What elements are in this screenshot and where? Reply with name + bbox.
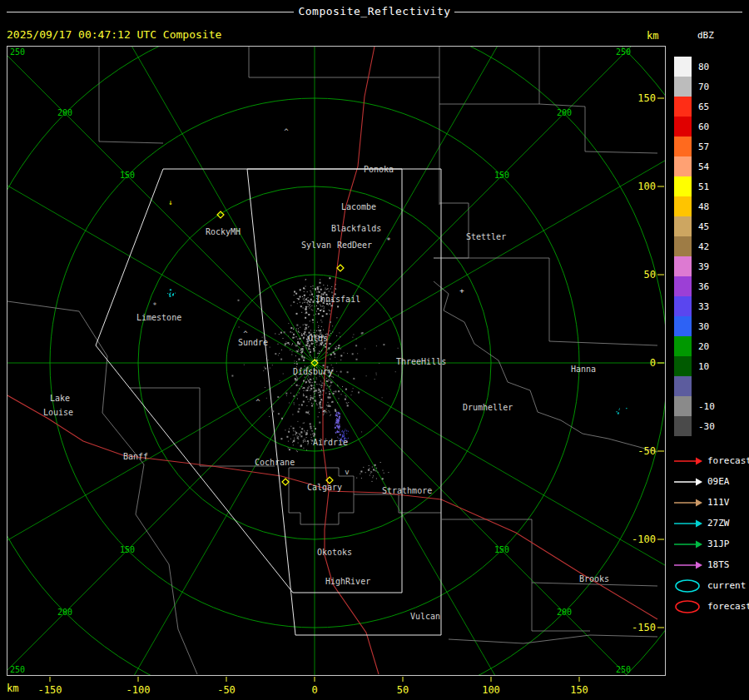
- echo-pixel: [335, 415, 337, 416]
- bottom-axis: -150-100-50050100150: [7, 677, 665, 698]
- city-label: Ponoka: [364, 165, 394, 174]
- echo-pixel: [319, 291, 320, 293]
- city-label: Hanna: [571, 365, 596, 374]
- city-label: Sundre: [238, 338, 268, 347]
- echo-pixel: [307, 387, 309, 389]
- echo-pixel: [316, 330, 317, 331]
- echo-pixel: [288, 336, 289, 337]
- band-label: 54: [698, 161, 709, 172]
- echo-pixel: [374, 464, 376, 466]
- echo-pixel: [329, 412, 330, 413]
- echo-pixel: [330, 415, 330, 416]
- echo-pixel: [266, 356, 267, 357]
- echo-pixel: [304, 298, 305, 299]
- echo-pixel: [338, 347, 340, 349]
- legend-band-row: 45: [672, 216, 749, 236]
- radar-map-canvas[interactable]: 1502002501502002501502002501502002501501…: [7, 47, 665, 675]
- echo-pixel: [294, 291, 295, 293]
- echo-pixel: [320, 381, 321, 382]
- echo-pixel: [326, 389, 327, 390]
- legend-band-row: 10: [672, 356, 749, 376]
- echo-pixel: [361, 478, 362, 479]
- legend-band-row: 42: [672, 236, 749, 256]
- echo-pixel: [298, 298, 300, 300]
- echo-pixel: [339, 423, 340, 424]
- echo-pixel: [325, 289, 325, 290]
- echo-pixel: [316, 345, 317, 345]
- highway-line: [329, 491, 657, 619]
- radial-line: [7, 122, 315, 363]
- color-swatch: [674, 356, 692, 376]
- axis-label: 150: [637, 92, 656, 104]
- echo-pixel: [342, 431, 343, 432]
- echo-pixel: [299, 393, 300, 394]
- echo-pixel: [320, 393, 321, 394]
- echo-pixel: [304, 357, 305, 359]
- echo-pixel: [330, 386, 330, 387]
- echo-pixel: [309, 381, 310, 383]
- echo-pixel: [311, 294, 313, 295]
- axis-label: 0: [650, 357, 656, 369]
- echo-pixel: [323, 285, 324, 285]
- echo-pixel: [321, 387, 322, 388]
- echo-pixel: [293, 428, 295, 429]
- echo-pixel: [294, 439, 295, 440]
- echo-pixel: [335, 288, 336, 289]
- echo-pixel: [336, 412, 337, 413]
- echo-pixel: [306, 390, 308, 391]
- echo-pixel: [299, 385, 300, 386]
- echo-pixel: [382, 397, 383, 398]
- echo-pixel: [307, 302, 308, 303]
- band-label: 33: [698, 301, 709, 312]
- echo-pixel: [288, 448, 289, 449]
- echo-pixel: [305, 317, 306, 319]
- echo-pixel: [300, 434, 300, 435]
- echo-pixel: [320, 310, 321, 311]
- color-swatch: [674, 57, 692, 77]
- color-swatch: [674, 276, 692, 296]
- city-label: Olds: [308, 334, 328, 343]
- echo-pixel: [293, 329, 294, 330]
- legend-band-row: 20: [672, 336, 749, 356]
- echo-pixel: [310, 350, 311, 350]
- echo-pixel: [323, 305, 324, 306]
- echo-pixel: [305, 302, 305, 303]
- radar-map-viewport[interactable]: 1502002501502002501502002501502002501501…: [7, 46, 666, 676]
- echo-pixel: [315, 400, 316, 401]
- echo-pixel: [376, 375, 377, 375]
- echo-pixel: [300, 350, 301, 351]
- echo-pixel: [337, 430, 338, 431]
- echo-pixel: [316, 390, 317, 391]
- echo-pixel: [338, 375, 339, 375]
- legend-marker-row: 31JP: [672, 534, 749, 554]
- echo-pixel: [296, 363, 298, 365]
- echo-pixel: [288, 342, 289, 343]
- window-title: Composite_Reflectivity: [0, 5, 749, 17]
- echo-pixel: [170, 289, 171, 290]
- echo-pixel: [340, 355, 342, 356]
- echo-pixel: [314, 426, 315, 427]
- echo-pixel: [338, 415, 339, 415]
- echo-pixel: [325, 288, 326, 289]
- echo-pixel: [297, 451, 298, 452]
- echo-pixel: [291, 345, 292, 345]
- band-label: -10: [698, 401, 715, 412]
- echo-pixel: [303, 334, 304, 335]
- echo-cluster: [167, 289, 176, 297]
- echo-pixel: [298, 411, 300, 413]
- echo-pixel: [296, 379, 298, 380]
- echo-pixel: [319, 384, 320, 385]
- city-label: Drumheller: [463, 403, 513, 412]
- echo-pixel: [319, 392, 320, 393]
- echo-pixel: [297, 436, 298, 437]
- echo-pixel: [308, 314, 310, 315]
- echo-pixel: [339, 429, 340, 430]
- echo-pixel: [305, 324, 305, 325]
- echo-pixel: [319, 390, 320, 391]
- echo-pixel: [329, 391, 330, 392]
- echo-pixel: [295, 345, 295, 345]
- arrow-head: [696, 499, 702, 506]
- echo-pixel: [302, 358, 303, 359]
- echo-pixel: [284, 331, 285, 333]
- color-swatch: [674, 97, 692, 117]
